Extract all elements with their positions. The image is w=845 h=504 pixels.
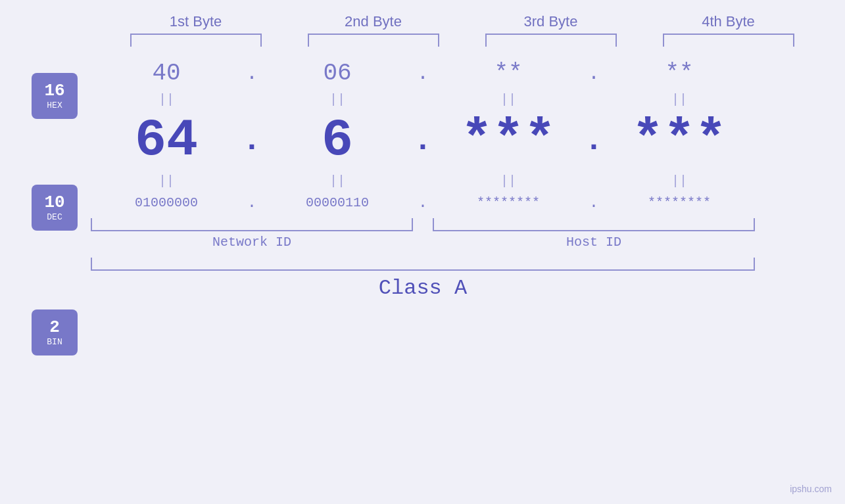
bin-b3: ******** xyxy=(433,195,584,210)
bin-b4: ******** xyxy=(604,195,755,210)
host-id-label: Host ID xyxy=(433,235,755,250)
bin-badge-num: 2 xyxy=(49,318,60,337)
dot-bin1: . xyxy=(242,194,262,212)
dec-data-row: 64 . 6 . *** . *** xyxy=(91,110,832,170)
dot-dec1: . xyxy=(242,123,262,158)
byte4-label: 4th Byte xyxy=(656,13,801,30)
bin-b1: 01000000 xyxy=(91,195,242,210)
header-row: 1st Byte 2nd Byte 3rd Byte 4th Byte xyxy=(107,13,817,30)
equals-row-1: || || || || xyxy=(91,92,832,107)
byte1-label: 1st Byte xyxy=(124,13,268,30)
bracket-2 xyxy=(308,34,439,47)
bin-data-row: 01000000 . 00000110 . ******** . *******… xyxy=(91,194,832,212)
top-brackets xyxy=(107,34,817,47)
badges-column: 16 HEX 10 DEC 2 BIN xyxy=(32,53,78,355)
class-bracket xyxy=(91,258,755,271)
hex-b2: 06 xyxy=(262,60,413,87)
eq3: || xyxy=(433,92,584,107)
dec-badge: 10 DEC xyxy=(32,185,78,231)
dot2: . xyxy=(413,62,433,85)
eq1: || xyxy=(91,92,242,107)
dec-badge-label: DEC xyxy=(47,212,62,222)
watermark: ipshu.com xyxy=(790,484,832,494)
bin-b2: 00000110 xyxy=(262,195,413,210)
bin-badge: 2 BIN xyxy=(32,309,78,355)
bracket-3 xyxy=(485,34,617,47)
eq7: || xyxy=(433,173,584,189)
hex-badge-label: HEX xyxy=(47,101,62,110)
eq6: || xyxy=(262,173,413,189)
eq5: || xyxy=(91,173,242,189)
host-bracket xyxy=(433,218,755,231)
dec-badge-num: 10 xyxy=(44,193,64,212)
bin-badge-label: BIN xyxy=(47,337,62,347)
eq8: || xyxy=(604,173,755,189)
hex-badge: 16 HEX xyxy=(32,73,78,119)
equals-row-2: || || || || xyxy=(91,173,832,189)
dot-bin3: . xyxy=(584,194,604,212)
dec-b1: 64 xyxy=(91,110,242,170)
eq4: || xyxy=(604,92,755,107)
hex-b4: ** xyxy=(604,60,755,87)
dot3: . xyxy=(584,62,604,85)
dot1: . xyxy=(242,62,262,85)
hex-data-row: 40 . 06 . ** . ** xyxy=(91,60,832,87)
eq2: || xyxy=(262,92,413,107)
byte2-label: 2nd Byte xyxy=(301,13,446,30)
dec-b2: 6 xyxy=(262,110,413,170)
byte3-label: 3rd Byte xyxy=(479,13,623,30)
hex-badge-num: 16 xyxy=(44,81,64,101)
dot-dec3: . xyxy=(584,123,604,158)
bracket-1 xyxy=(130,34,262,47)
bottom-bracket-row xyxy=(91,218,832,231)
bracket-4 xyxy=(663,34,794,47)
data-grid: 40 . 06 . ** . ** || || || || 64 xyxy=(91,53,832,300)
hex-b1: 40 xyxy=(91,60,242,87)
hex-b3: ** xyxy=(433,60,584,87)
class-label: Class A xyxy=(91,276,755,300)
network-id-label: Network ID xyxy=(91,235,413,250)
dec-b4: *** xyxy=(604,110,755,170)
dec-b3: *** xyxy=(433,110,584,170)
dot-dec2: . xyxy=(413,123,433,158)
dot-bin2: . xyxy=(413,194,433,212)
id-labels-row: Network ID Host ID xyxy=(91,235,832,250)
network-bracket xyxy=(91,218,413,231)
main-container: 1st Byte 2nd Byte 3rd Byte 4th Byte 16 H… xyxy=(0,0,845,504)
